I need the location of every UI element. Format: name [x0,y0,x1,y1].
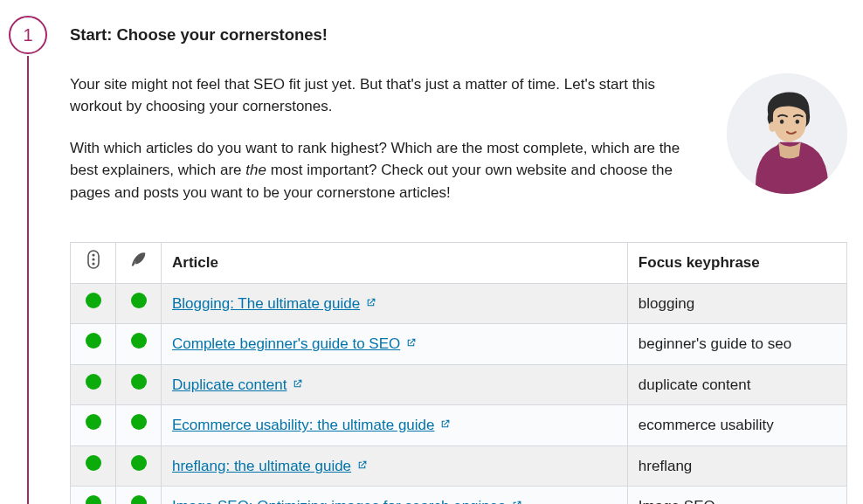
intro-text: Your site might not feel that SEO fit ju… [70,73,701,224]
person-illustration-icon [727,73,847,194]
table-row: hreflang: the ultimate guidehreflang [71,445,847,487]
table-header-row: Article Focus keyphrase [71,243,847,284]
table-row: Blogging: The ultimate guideblogging [71,283,847,324]
external-link-icon [439,414,451,437]
article-cell: hreflang: the ultimate guide [162,445,628,487]
step-number-badge: 1 [9,16,47,54]
external-link-icon [356,455,368,478]
table-row: Ecommerce usability: the ultimate guidee… [71,405,847,446]
external-link-icon [511,495,522,504]
seo-score-header [71,243,116,284]
seo-score-cell [71,487,116,504]
intro-paragraph-1: Your site might not feel that SEO fit ju… [70,73,701,118]
article-link[interactable]: Blogging: The ultimate guide [172,295,360,312]
readability-score-cell [116,405,162,446]
article-cell: Complete beginner's guide to SEO [162,324,628,365]
article-link[interactable]: Ecommerce usability: the ultimate guide [172,417,434,433]
readability-score-cell [116,487,162,504]
table-row: Complete beginner's guide to SEObeginner… [71,324,847,365]
svg-point-3 [769,121,776,132]
readability-header [116,243,162,284]
article-cell: Duplicate content [162,364,628,405]
keyphrase-cell: beginner's guide to seo [627,324,846,365]
article-cell: Ecommerce usability: the ultimate guide [162,405,628,446]
readability-score-cell [116,364,162,405]
svg-point-5 [92,254,94,257]
seo-score-cell [71,364,116,405]
step-number: 1 [23,22,32,48]
step-container: 1 Start: Choose your cornerstones! Your … [9,16,854,504]
article-cell: Blogging: The ultimate guide [162,283,628,324]
svg-point-6 [92,259,94,261]
article-link[interactable]: Duplicate content [172,376,287,393]
svg-point-2 [796,119,799,123]
seo-score-cell [71,405,116,446]
status-dot-icon [131,293,147,308]
external-link-icon [292,374,303,397]
status-dot-icon [86,455,101,471]
keyphrase-cell: duplicate content [627,364,846,405]
seo-score-cell [71,283,116,324]
avatar [727,73,847,194]
feather-icon [129,250,148,269]
external-link-icon [365,293,376,315]
readability-score-cell [116,283,162,324]
readability-score-cell [116,445,162,487]
article-header: Article [162,243,628,284]
svg-point-1 [780,119,784,123]
article-link[interactable]: hreflang: the ultimate guide [172,458,351,474]
article-link[interactable]: Complete beginner's guide to SEO [172,335,400,352]
seo-score-cell [71,445,116,487]
intro-paragraph-2: With which articles do you want to rank … [70,137,701,204]
status-dot-icon [131,495,147,504]
svg-point-7 [92,263,94,266]
status-dot-icon [86,374,101,390]
keyphrase-cell: Image SEO [627,487,846,504]
timeline-line [27,56,29,504]
keyphrase-cell: ecommerce usability [627,405,846,446]
status-dot-icon [86,414,101,430]
seo-score-cell [71,324,116,365]
status-dot-icon [86,495,101,504]
status-dot-icon [131,333,147,349]
article-cell: Image SEO: Optimizing images for search … [162,487,628,504]
article-link[interactable]: Image SEO: Optimizing images for search … [172,498,506,504]
status-dot-icon [86,333,101,349]
keyphrase-cell: hreflang [627,445,846,487]
status-dot-icon [131,374,147,390]
step-title: Start: Choose your cornerstones! [70,23,847,47]
external-link-icon [405,333,417,356]
status-dot-icon [131,455,147,471]
status-dot-icon [86,293,101,308]
readability-score-cell [116,324,162,365]
traffic-light-icon [86,250,101,269]
keyphrase-cell: blogging [627,283,846,324]
table-row: Duplicate contentduplicate content [71,364,847,405]
step-content: Start: Choose your cornerstones! Your si… [70,16,854,504]
cornerstone-table: Article Focus keyphrase Blogging: The ul… [70,242,847,504]
status-dot-icon [131,414,147,430]
table-row: Image SEO: Optimizing images for search … [71,487,847,504]
intro-row: Your site might not feel that SEO fit ju… [70,73,847,224]
keyphrase-header: Focus keyphrase [627,243,846,284]
